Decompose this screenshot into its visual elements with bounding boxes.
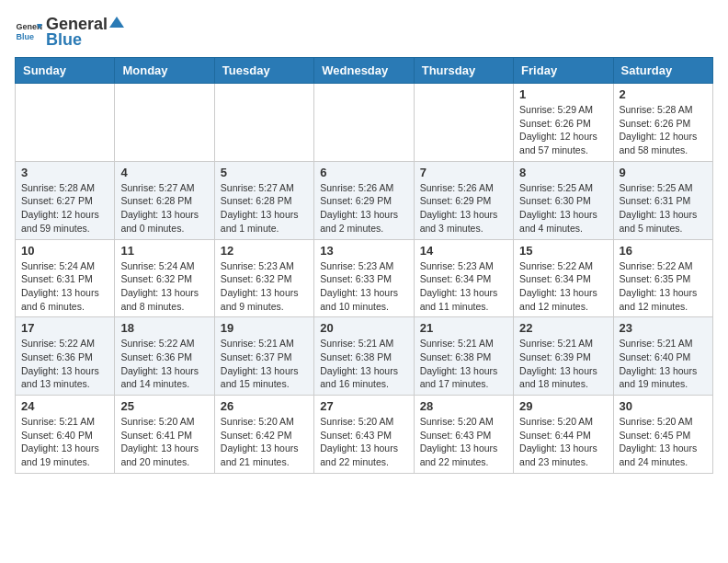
calendar-week-2: 3Sunrise: 5:28 AMSunset: 6:27 PMDaylight… <box>16 161 713 239</box>
calendar-cell: 30Sunrise: 5:20 AMSunset: 6:45 PMDayligh… <box>613 396 712 474</box>
day-number: 1 <box>519 87 607 101</box>
day-number: 28 <box>420 399 507 413</box>
day-number: 24 <box>21 399 108 413</box>
day-info: Sunrise: 5:27 AMSunset: 6:28 PMDaylight:… <box>221 181 308 236</box>
day-number: 3 <box>21 166 108 179</box>
day-header-friday: Friday <box>514 58 613 84</box>
calendar-table: SundayMondayTuesdayWednesdayThursdayFrid… <box>15 57 713 474</box>
calendar-cell: 29Sunrise: 5:20 AMSunset: 6:44 PMDayligh… <box>514 396 613 474</box>
day-number: 9 <box>620 166 707 179</box>
day-number: 23 <box>620 321 707 335</box>
day-info: Sunrise: 5:29 AMSunset: 6:26 PMDaylight:… <box>519 103 607 157</box>
day-info: Sunrise: 5:25 AMSunset: 6:31 PMDaylight:… <box>620 181 707 236</box>
logo-icon: General Blue <box>15 18 42 46</box>
day-header-wednesday: Wednesday <box>314 58 414 84</box>
calendar-cell: 22Sunrise: 5:21 AMSunset: 6:39 PMDayligh… <box>514 317 613 396</box>
calendar-week-5: 24Sunrise: 5:21 AMSunset: 6:40 PMDayligh… <box>16 396 713 474</box>
day-number: 18 <box>120 321 208 335</box>
calendar-cell: 11Sunrise: 5:24 AMSunset: 6:32 PMDayligh… <box>115 239 214 317</box>
day-number: 15 <box>519 244 607 258</box>
calendar-cell <box>314 84 414 162</box>
day-info: Sunrise: 5:24 AMSunset: 6:31 PMDaylight:… <box>21 259 108 314</box>
day-info: Sunrise: 5:27 AMSunset: 6:28 PMDaylight:… <box>120 181 208 236</box>
calendar-cell: 21Sunrise: 5:21 AMSunset: 6:38 PMDayligh… <box>414 317 513 396</box>
day-info: Sunrise: 5:25 AMSunset: 6:30 PMDaylight:… <box>519 181 607 236</box>
day-header-thursday: Thursday <box>414 58 513 84</box>
calendar-cell: 1Sunrise: 5:29 AMSunset: 6:26 PMDaylight… <box>514 84 613 162</box>
day-header-monday: Monday <box>115 58 214 84</box>
day-number: 10 <box>21 244 108 258</box>
calendar-cell: 2Sunrise: 5:28 AMSunset: 6:26 PMDaylight… <box>613 84 712 162</box>
calendar-cell: 25Sunrise: 5:20 AMSunset: 6:41 PMDayligh… <box>115 396 214 474</box>
calendar-cell: 13Sunrise: 5:23 AMSunset: 6:33 PMDayligh… <box>314 239 414 317</box>
calendar-cell: 16Sunrise: 5:22 AMSunset: 6:35 PMDayligh… <box>613 239 712 317</box>
day-info: Sunrise: 5:21 AMSunset: 6:38 PMDaylight:… <box>420 337 507 391</box>
day-number: 8 <box>519 166 607 179</box>
day-info: Sunrise: 5:28 AMSunset: 6:26 PMDaylight:… <box>620 103 707 157</box>
day-info: Sunrise: 5:28 AMSunset: 6:27 PMDaylight:… <box>21 181 108 236</box>
day-number: 6 <box>320 166 407 179</box>
day-number: 11 <box>120 244 208 258</box>
day-number: 5 <box>221 166 308 179</box>
calendar-header-row: SundayMondayTuesdayWednesdayThursdayFrid… <box>16 58 713 84</box>
calendar-cell: 20Sunrise: 5:21 AMSunset: 6:38 PMDayligh… <box>314 317 414 396</box>
calendar-week-1: 1Sunrise: 5:29 AMSunset: 6:26 PMDaylight… <box>16 84 713 162</box>
calendar-cell: 23Sunrise: 5:21 AMSunset: 6:40 PMDayligh… <box>613 317 712 396</box>
day-info: Sunrise: 5:23 AMSunset: 6:34 PMDaylight:… <box>420 259 507 314</box>
calendar-week-4: 17Sunrise: 5:22 AMSunset: 6:36 PMDayligh… <box>16 317 713 396</box>
day-header-sunday: Sunday <box>16 58 115 84</box>
day-number: 19 <box>221 321 308 335</box>
day-info: Sunrise: 5:20 AMSunset: 6:41 PMDaylight:… <box>120 415 208 469</box>
day-info: Sunrise: 5:23 AMSunset: 6:32 PMDaylight:… <box>221 259 308 314</box>
day-info: Sunrise: 5:20 AMSunset: 6:44 PMDaylight:… <box>519 415 607 469</box>
svg-text:Blue: Blue <box>17 32 35 41</box>
day-info: Sunrise: 5:22 AMSunset: 6:35 PMDaylight:… <box>620 259 707 314</box>
day-number: 2 <box>620 87 707 101</box>
calendar-cell: 15Sunrise: 5:22 AMSunset: 6:34 PMDayligh… <box>514 239 613 317</box>
calendar-week-3: 10Sunrise: 5:24 AMSunset: 6:31 PMDayligh… <box>16 239 713 317</box>
day-number: 30 <box>620 399 707 413</box>
day-info: Sunrise: 5:21 AMSunset: 6:37 PMDaylight:… <box>221 337 308 391</box>
day-number: 14 <box>420 244 507 258</box>
day-number: 29 <box>519 399 607 413</box>
day-info: Sunrise: 5:21 AMSunset: 6:40 PMDaylight:… <box>620 337 707 391</box>
day-info: Sunrise: 5:20 AMSunset: 6:43 PMDaylight:… <box>420 415 507 469</box>
calendar-cell: 4Sunrise: 5:27 AMSunset: 6:28 PMDaylight… <box>115 161 214 239</box>
svg-marker-4 <box>109 17 124 28</box>
day-number: 25 <box>120 399 208 413</box>
day-number: 4 <box>120 166 208 179</box>
logo: General Blue General Blue <box>15 15 124 50</box>
calendar-cell <box>16 84 115 162</box>
day-number: 17 <box>21 321 108 335</box>
calendar-cell: 26Sunrise: 5:20 AMSunset: 6:42 PMDayligh… <box>214 396 313 474</box>
day-info: Sunrise: 5:23 AMSunset: 6:33 PMDaylight:… <box>320 259 407 314</box>
day-info: Sunrise: 5:22 AMSunset: 6:34 PMDaylight:… <box>519 259 607 314</box>
calendar-cell: 10Sunrise: 5:24 AMSunset: 6:31 PMDayligh… <box>16 239 115 317</box>
day-number: 21 <box>420 321 507 335</box>
day-info: Sunrise: 5:21 AMSunset: 6:40 PMDaylight:… <box>21 415 108 469</box>
day-info: Sunrise: 5:22 AMSunset: 6:36 PMDaylight:… <box>120 337 208 391</box>
day-number: 7 <box>420 166 507 179</box>
calendar-cell: 8Sunrise: 5:25 AMSunset: 6:30 PMDaylight… <box>514 161 613 239</box>
calendar-cell <box>115 84 214 162</box>
day-info: Sunrise: 5:22 AMSunset: 6:36 PMDaylight:… <box>21 337 108 391</box>
day-info: Sunrise: 5:20 AMSunset: 6:42 PMDaylight:… <box>221 415 308 469</box>
day-info: Sunrise: 5:26 AMSunset: 6:29 PMDaylight:… <box>320 181 407 236</box>
logo-triangle-icon <box>109 15 124 29</box>
day-number: 22 <box>519 321 607 335</box>
calendar-cell: 19Sunrise: 5:21 AMSunset: 6:37 PMDayligh… <box>214 317 313 396</box>
day-number: 13 <box>320 244 407 258</box>
calendar-cell: 5Sunrise: 5:27 AMSunset: 6:28 PMDaylight… <box>214 161 313 239</box>
day-number: 16 <box>620 244 707 258</box>
day-info: Sunrise: 5:21 AMSunset: 6:38 PMDaylight:… <box>320 337 407 391</box>
calendar-cell: 12Sunrise: 5:23 AMSunset: 6:32 PMDayligh… <box>214 239 313 317</box>
day-info: Sunrise: 5:21 AMSunset: 6:39 PMDaylight:… <box>519 337 607 391</box>
day-number: 12 <box>221 244 308 258</box>
calendar-cell: 24Sunrise: 5:21 AMSunset: 6:40 PMDayligh… <box>16 396 115 474</box>
calendar-cell: 14Sunrise: 5:23 AMSunset: 6:34 PMDayligh… <box>414 239 513 317</box>
calendar-cell: 3Sunrise: 5:28 AMSunset: 6:27 PMDaylight… <box>16 161 115 239</box>
day-number: 26 <box>221 399 308 413</box>
calendar-cell: 27Sunrise: 5:20 AMSunset: 6:43 PMDayligh… <box>314 396 414 474</box>
day-header-saturday: Saturday <box>613 58 712 84</box>
calendar-cell <box>214 84 313 162</box>
